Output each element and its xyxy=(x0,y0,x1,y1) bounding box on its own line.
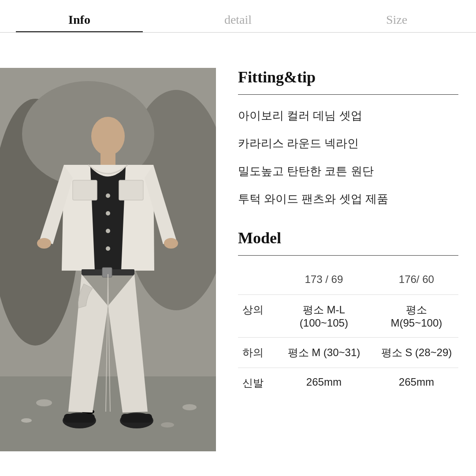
model-section: Model 173 / 69 176/ 60 상의 평소 M-L (100~10… xyxy=(238,229,458,398)
svg-rect-13 xyxy=(73,180,97,200)
svg-point-19 xyxy=(37,238,51,249)
svg-point-15 xyxy=(106,193,110,198)
model-bottom-col1: 평소 M (30~31) xyxy=(273,338,375,368)
tab-navigation: Info detail Size xyxy=(0,0,476,33)
svg-rect-4 xyxy=(0,376,216,451)
svg-point-9 xyxy=(21,418,32,423)
svg-point-10 xyxy=(161,422,174,428)
tab-info[interactable]: Info xyxy=(0,13,159,32)
svg-point-11 xyxy=(91,117,125,156)
model-bottom-label: 하의 xyxy=(238,338,273,368)
svg-rect-28 xyxy=(121,414,152,423)
model-table: 173 / 69 176/ 60 상의 평소 M-L (100~105) 평소 … xyxy=(238,269,458,398)
svg-point-18 xyxy=(106,246,110,251)
svg-point-16 xyxy=(106,211,110,216)
svg-rect-12 xyxy=(100,152,115,166)
main-content: Fitting&tip 아이보리 컬러 데님 셋업 카라리스 라운드 넥라인 밀… xyxy=(0,33,476,476)
svg-point-17 xyxy=(106,229,110,233)
model-bottom-col2: 평소 S (28~29) xyxy=(375,338,458,368)
svg-rect-22 xyxy=(102,268,112,277)
model-col-1: 173 / 69 xyxy=(273,269,375,295)
tip-1: 아이보리 컬러 데님 셋업 xyxy=(238,108,458,123)
model-shoes-col1: 265mm xyxy=(273,368,375,398)
model-row-top: 상의 평소 M-L (100~105) 평소 M(95~100) xyxy=(238,295,458,338)
model-title: Model xyxy=(238,229,458,247)
svg-rect-26 xyxy=(64,414,95,423)
model-col-2: 176/ 60 xyxy=(375,269,458,295)
svg-point-8 xyxy=(182,404,197,410)
svg-point-5 xyxy=(36,399,52,406)
model-shoes-label: 신발 xyxy=(238,368,273,398)
model-header-row: 173 / 69 176/ 60 xyxy=(238,269,458,295)
model-divider xyxy=(238,255,458,256)
svg-rect-14 xyxy=(119,180,143,200)
fitting-title: Fitting&tip xyxy=(238,68,458,86)
model-row-shoes: 신발 265mm 265mm xyxy=(238,368,458,398)
model-top-col2: 평소 M(95~100) xyxy=(375,295,458,338)
fitting-divider xyxy=(238,94,458,95)
fitting-section: Fitting&tip 아이보리 컬러 데님 셋업 카라리스 라운드 넥라인 밀… xyxy=(238,68,458,207)
tip-4: 투턱 와이드 팬츠와 셋업 제품 xyxy=(238,191,458,207)
tip-2: 카라리스 라운드 넥라인 xyxy=(238,136,458,151)
svg-point-20 xyxy=(164,238,178,249)
tab-detail[interactable]: detail xyxy=(159,13,317,32)
model-col-label xyxy=(238,269,273,295)
model-top-label: 상의 xyxy=(238,295,273,338)
tip-3: 밀도높고 탄탄한 코튼 원단 xyxy=(238,164,458,179)
product-info: Fitting&tip 아이보리 컬러 데님 셋업 카라리스 라운드 넥라인 밀… xyxy=(216,68,476,476)
tab-size[interactable]: Size xyxy=(317,13,476,32)
product-image xyxy=(0,68,216,451)
model-shoes-col2: 265mm xyxy=(375,368,458,398)
model-top-col1: 평소 M-L (100~105) xyxy=(273,295,375,338)
model-row-bottom: 하의 평소 M (30~31) 평소 S (28~29) xyxy=(238,338,458,368)
